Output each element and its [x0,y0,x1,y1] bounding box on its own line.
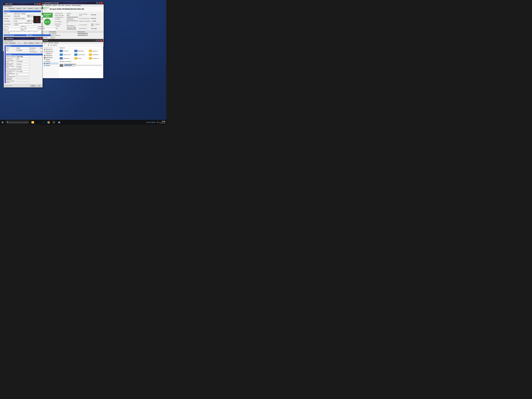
cpuz2-titlebar[interactable]: ⚙ ROG CPU-Z ─ □ ✕ [4,37,43,40]
search-input[interactable] [9,121,28,123]
taskbar-icon-edge[interactable]: e [41,120,46,125]
cpuz1-titlebar[interactable]: ⚙ ROG CPU-Z ─ □ ✕ [3,2,42,5]
tab-spd[interactable]: SPD [22,7,27,10]
sidebar-documents[interactable]: 📄 Документи [43,53,58,55]
file-explorer-window: Цей ПК ─ □ ✕ Файл Комп'ютер Вигляд ← → ↑… [43,39,103,78]
taskbar: ⊞ 🔍 📁 ✉ e ⬛ 🚢 [0,120,166,125]
cpu-family-row: Family 6 Model E Stepping 9 [4,26,41,28]
fsb-dram: 3:40 [16,58,29,60]
list-item[interactable]: Документи [89,50,102,52]
cpuz-window-2: ⚙ ROG CPU-Z ─ □ ✕ File Customize ? CPU M… [4,37,43,88]
minimize-button-2[interactable]: ─ [35,38,37,39]
close-button-2[interactable]: ✕ [40,38,42,39]
sidebar-desktop[interactable]: 🖥 Робочий стіл [43,49,58,51]
fe-addressbar: ← → ↑ ▶ ⊞ > Цей ПК [43,44,103,46]
fe-titlebar[interactable]: Цей ПК ─ □ ✕ [43,39,103,42]
tab-cpu[interactable]: CPU [3,7,8,10]
cpuz1-menubar: File Customize ? [3,5,42,7]
tab-graphics[interactable]: Graphics [27,7,34,10]
processor-section-title: Processor [4,10,41,12]
cdi-tech-status: Добрий [67,13,71,14]
tab2-memory[interactable]: Memory [17,42,23,44]
taskbar-icon-app2[interactable]: 🚢 [57,120,62,125]
tab-bench[interactable]: Bench [34,7,40,10]
cdi-serial: SN88N720610308T1Q [66,16,79,18]
cdi-info-table-left: Технічний стан Добрий Версія прошивки HP… [55,13,79,30]
list-item[interactable]: Завантаження [74,53,88,56]
tab-mainboard[interactable]: Mainboard [8,7,16,10]
cdi-titlebar[interactable]: CrystalDiskInfo 8.17.13 x64 ─ □ ✕ [41,1,104,4]
cdi-minimize[interactable]: ─ [96,2,98,4]
maximize-button-2[interactable]: □ [37,38,39,39]
drive-item[interactable]: Локальний диск (C:) 189 ГБ вільно з 237 … [59,63,102,67]
tab-about[interactable]: About [39,7,45,10]
cdi-menubar[interactable]: Файл Редагувати Функція Теми Диск Допомо… [41,4,104,6]
cdi-maximize[interactable]: □ [98,2,100,4]
cdi-power-hours: 2341 годин [91,27,103,30]
drive-free-space: 189 ГБ вільно з 237 ГБ [64,66,102,67]
sidebar-network[interactable]: 🌐 Мережа [43,64,58,66]
clock-time: 20:38 [159,120,165,122]
list-item[interactable]: Зображення [89,53,102,56]
taskbar-search[interactable]: 🔍 [6,120,29,124]
fe-maximize[interactable]: □ [98,40,100,41]
cdi-close[interactable]: ✕ [101,2,103,4]
sidebar-videos[interactable]: 🎬 Відеозаписи [43,57,58,59]
sidebar-downloads[interactable]: ⬇ Завантаження [43,51,58,53]
tab2-cpu[interactable]: CPU [4,42,9,44]
sidebar-pictures[interactable]: 🖼 Зображення [43,55,58,57]
sidebar-music[interactable]: 🎵 Музика [43,59,58,61]
taskbar-clock: 20:38 09.03.2024 [159,120,165,124]
cpuz2-controls[interactable]: ─ □ ✕ [35,38,42,39]
list-item[interactable]: 3D-об'єкти [59,50,73,52]
tab2-mainboard[interactable]: Mainboard [9,42,17,44]
tab2-bench[interactable]: Bench [35,42,40,44]
list-item[interactable]: Відеозаписи [74,50,88,52]
clocks-title: Clocks (Core #0) [4,34,27,36]
close-button[interactable]: ✕ [39,3,41,5]
cdi-info-table-area: Технічний стан Добрий Версія прошивки HP… [54,12,104,31]
taskbar-icon-mail[interactable]: ✉ [36,120,40,125]
list-item[interactable]: Завантаження [59,53,73,56]
ok-button-2[interactable]: OK [37,85,42,87]
cdi-spindle: ---- (SSD) [91,20,103,23]
tab-memory[interactable]: Memory [16,7,22,10]
cpuz2-title: ⚙ ROG CPU-Z [5,38,13,39]
list-item[interactable]: Музика [74,57,88,60]
cpu-spec-value: Intel(R) Core(TM) i7-7700HQ CPU @ 2.80GH… [14,23,35,25]
fe-menubar[interactable]: Файл Комп'ютер Вигляд [43,42,103,44]
taskbar-right: ⊞ W ♦ ⬛ 🔵 🔊 УКР 20:38 09.03.2024 [147,120,166,124]
cdi-good-badge: Добрий 95 % [42,13,53,18]
cdi-drive-header: Добрий 35 °C C: SK hynix PC801 HFS256GEJ… [41,6,104,12]
folders-grid: 3D-об'єкти Відеозаписи Документи Заванта… [59,50,102,60]
tab2-spd[interactable]: SPD [23,42,28,44]
total-cas [16,78,29,79]
cpuz1-controls[interactable]: ─ □ ✕ [34,3,41,5]
cpu-extfamily-row: Ext. Family 6 Ext. Model 9E Revision B0 [4,28,41,31]
minimize-button[interactable]: ─ [34,3,36,5]
sidebar-this-pc[interactable]: 💻 Цей ПК [43,63,58,64]
devices-section: Пристрої та носії (1) Локальний диск (C:… [59,61,102,67]
start-button[interactable]: ⊞ [0,120,5,125]
validate-button-2[interactable]: Validate [29,85,37,87]
cdi-firmware: HPS1 [66,14,79,16]
cpuz2-tabs[interactable]: CPU Mainboard Memory SPD Graphics Bench … [4,42,43,44]
taskbar-icon-app1[interactable]: ⬛ [51,120,56,125]
list-item[interactable]: Робочий стіл [89,57,102,60]
fe-breadcrumb[interactable]: ⊞ > Цей ПК [50,44,102,46]
drive-name: Локальний диск (C:) [64,63,102,65]
folder-icon [89,50,92,52]
fe-minimize[interactable]: ─ [95,40,98,41]
list-item[interactable]: Зображення [59,57,73,60]
cdi-drive-title: SK hynix PC801 HFS256GEJ9X101N 256,0 GB [50,8,103,10]
cpuz1-tabs[interactable]: CPU Mainboard Memory SPD Graphics Bench … [3,7,42,10]
row-to-col [16,81,29,82]
taskbar-language: УКР [157,122,159,123]
tab2-graphics[interactable]: Graphics [28,42,35,44]
taskbar-icon-chrome[interactable] [46,120,51,125]
cpu-name-row: Name Intel Core i7 7700HQ [4,13,41,14]
sidebar-onedrive[interactable]: ☁ OneDrive [43,61,58,63]
maximize-button[interactable]: □ [36,3,38,5]
taskbar-icon-file-explorer[interactable]: 📁 [30,120,35,125]
fe-close[interactable]: ✕ [100,40,102,41]
